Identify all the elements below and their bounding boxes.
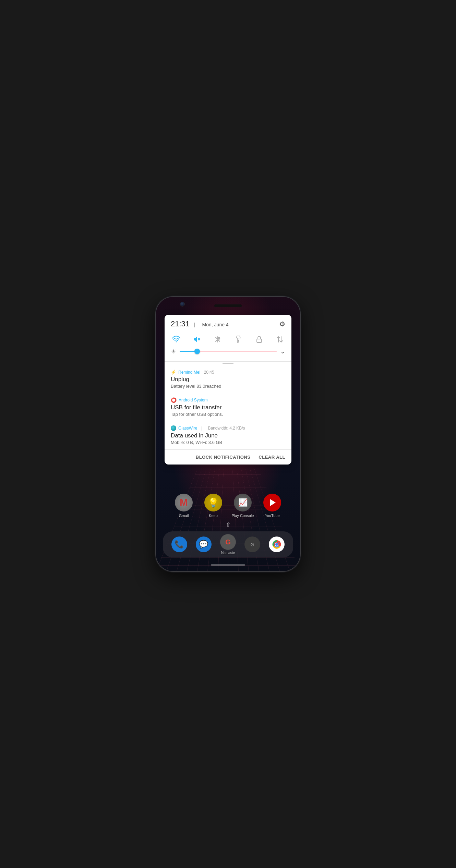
notification-panel: 21:31 | Mon, June 4 ⚙ xyxy=(165,315,291,465)
youtube-label: YouTube xyxy=(265,514,279,518)
phone-frame: M Gmail 💡 Keep 📈 Play Console xyxy=(156,297,300,571)
chevron-down-icon[interactable]: ⌄ xyxy=(280,348,285,355)
notif-app-name-glasswire: GlassWire xyxy=(178,426,197,431)
up-arrow-icon: ⇧ xyxy=(226,521,231,529)
google-label: Namaste xyxy=(221,551,235,555)
notif-app-row-android: ⭕ Android System xyxy=(171,397,285,403)
panel-date: Mon, June 4 xyxy=(202,322,229,327)
volume-mute-toggle[interactable] xyxy=(191,334,202,345)
google-icon: G xyxy=(220,534,236,550)
youtube-icon xyxy=(263,494,281,511)
remind-app-icon: ⚡ xyxy=(171,370,176,375)
time-row: 21:31 | Mon, June 4 ⚙ xyxy=(171,320,285,328)
app-item-keep[interactable]: 💡 Keep xyxy=(201,494,225,518)
keep-label: Keep xyxy=(209,514,218,518)
notif-app-row-glasswire: GlassWire | Bandwidth: 4.2 KB/s xyxy=(171,425,285,431)
glasswire-icon xyxy=(171,425,176,431)
phone-speaker xyxy=(214,304,242,307)
gmail-icon: M xyxy=(175,494,193,511)
panel-header: 21:31 | Mon, June 4 ⚙ xyxy=(165,315,291,362)
notif-app-name-remind: Remind Me! xyxy=(178,370,201,375)
app-item-gmail[interactable]: M Gmail xyxy=(172,494,196,518)
notif-body-remind: Battery level 83.0reached xyxy=(171,384,285,389)
brightness-slider[interactable] xyxy=(180,351,277,352)
notif-title-glasswire: Data used in June xyxy=(171,432,285,439)
notif-app-row-remind: ⚡ Remind Me! 20:45 xyxy=(171,370,285,375)
phone-camera xyxy=(180,302,185,306)
svg-rect-10 xyxy=(257,339,262,342)
brightness-thumb xyxy=(194,349,200,354)
app-row-main: M Gmail 💡 Keep 📈 Play Console xyxy=(172,491,284,520)
phone-screen: M Gmail 💡 Keep 📈 Play Console xyxy=(156,297,300,571)
brightness-icon: ☀ xyxy=(171,348,176,355)
notif-title-android: USB for file transfer xyxy=(171,404,285,411)
brightness-row: ☀ ⌄ xyxy=(171,348,285,359)
settings-icon[interactable]: ⚙ xyxy=(279,320,285,328)
quick-settings-row xyxy=(171,333,285,348)
messages-icon: 💬 xyxy=(196,537,212,552)
notif-body-android: Tap for other USB options. xyxy=(171,412,285,417)
chrome-icon xyxy=(269,537,285,552)
playconsole-label: Play Console xyxy=(232,514,254,518)
dock-item-pixel[interactable]: ⊙ xyxy=(244,537,260,552)
dock-item-chrome[interactable] xyxy=(269,537,285,552)
keep-icon: 💡 xyxy=(204,494,222,511)
bluetooth-toggle[interactable] xyxy=(212,334,223,345)
dock-item-messages[interactable]: 💬 xyxy=(196,537,212,552)
flashlight-toggle[interactable] xyxy=(233,334,244,345)
dock-bar: 📞 💬 G Namaste ⊙ xyxy=(163,531,293,557)
notification-android[interactable]: ⭕ Android System USB for file transfer T… xyxy=(165,393,291,421)
app-item-youtube[interactable]: YouTube xyxy=(260,494,284,518)
block-notifications-button[interactable]: BLOCK NOTIFICATIONS xyxy=(196,455,250,460)
notif-time-remind: 20:45 xyxy=(204,370,214,375)
dock-item-phone[interactable]: 📞 xyxy=(171,537,187,552)
data-transfer-toggle[interactable] xyxy=(274,334,285,345)
wifi-toggle[interactable] xyxy=(171,334,182,345)
panel-footer: BLOCK NOTIFICATIONS CLEAR ALL xyxy=(165,449,291,465)
notification-glasswire[interactable]: GlassWire | Bandwidth: 4.2 KB/s Data use… xyxy=(165,421,291,449)
svg-point-4 xyxy=(275,543,278,546)
svg-marker-6 xyxy=(194,337,197,342)
nav-bar-handle xyxy=(211,564,245,566)
android-usb-icon: ⭕ xyxy=(171,397,177,403)
clear-all-button[interactable]: CLEAR ALL xyxy=(259,455,285,460)
panel-time: 21:31 xyxy=(171,320,190,328)
notif-title-remind: Unplug xyxy=(171,376,285,383)
notif-app-name-android: Android System xyxy=(179,398,208,402)
gmail-label: Gmail xyxy=(179,514,189,518)
notification-remind[interactable]: ⚡ Remind Me! 20:45 Unplug Battery level … xyxy=(165,365,291,393)
notif-bandwidth: Bandwidth: 4.2 KB/s xyxy=(208,426,245,431)
home-screen-apps: M Gmail 💡 Keep 📈 Play Console xyxy=(156,491,300,530)
notif-body-glasswire: Mobile: 0 B, Wi-Fi: 3.6 GB xyxy=(171,440,285,445)
app-item-playconsole[interactable]: 📈 Play Console xyxy=(231,494,255,518)
phone-icon: 📞 xyxy=(171,537,187,552)
drag-handle xyxy=(165,362,291,365)
dock-item-google[interactable]: G Namaste xyxy=(220,534,236,555)
screen-lock-toggle[interactable] xyxy=(254,334,265,345)
pixel-launcher-icon: ⊙ xyxy=(244,537,260,552)
svg-point-5 xyxy=(176,341,177,342)
playconsole-icon: 📈 xyxy=(234,494,252,511)
